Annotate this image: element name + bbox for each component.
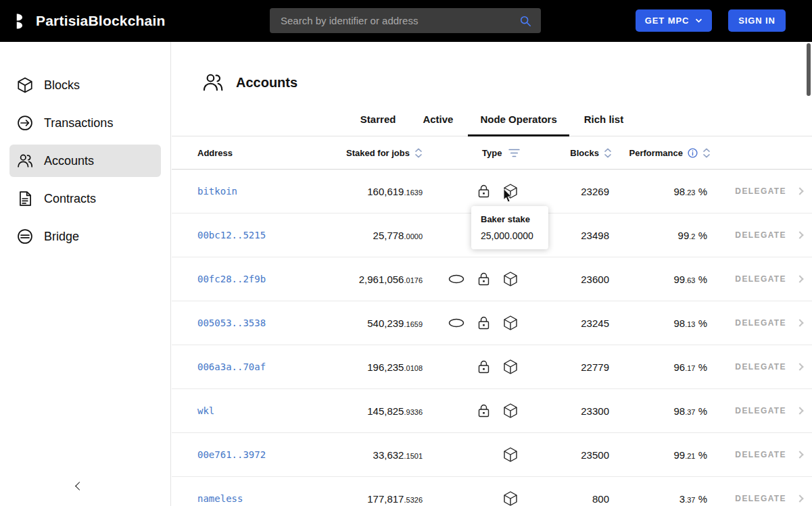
top-navigation-bar: PartisiaBlockchain GET MPC SIGN IN [0, 0, 812, 42]
oval-icon[interactable] [443, 270, 470, 288]
lock-icon[interactable] [470, 402, 497, 420]
cube-icon[interactable] [497, 270, 524, 288]
address-link[interactable]: 00bc12..5215 [197, 230, 266, 241]
chevron-right-icon[interactable] [796, 319, 803, 326]
blocks-value: 22779 [549, 361, 634, 373]
performance-value: 99.63 % [634, 274, 735, 285]
sidebar: BlocksTransactionsAccountsContractsBridg… [0, 42, 171, 506]
delegate-button[interactable]: DELEGATE [735, 274, 786, 284]
search-input[interactable] [270, 8, 519, 33]
performance-value: 96.17 % [634, 361, 735, 373]
type-icons [424, 270, 549, 288]
lock-icon[interactable] [470, 270, 497, 288]
chevron-right-icon[interactable] [796, 187, 803, 195]
type-icons [424, 402, 549, 420]
cube-icon[interactable] [497, 358, 524, 376]
lock-icon[interactable] [470, 358, 497, 376]
sort-icon[interactable] [702, 148, 711, 158]
sidebar-item-label: Transactions [44, 116, 113, 130]
accounts-icon [201, 71, 224, 94]
lock-icon[interactable] [470, 314, 497, 332]
staked-value: 145,825.9336 [323, 405, 424, 417]
sidebar-item-blocks[interactable]: Blocks [9, 69, 161, 101]
main-content: Accounts StarredActiveNode OperatorsRich… [172, 42, 812, 506]
address-link[interactable]: bitkoin [197, 186, 237, 197]
sidebar-item-transactions[interactable]: Transactions [9, 107, 161, 139]
column-header-performance-label: Performance [629, 148, 683, 158]
filter-icon[interactable] [508, 149, 520, 157]
performance-value: 98.37 % [634, 405, 735, 417]
address-link[interactable]: 006a3a..70af [197, 361, 266, 372]
delegate-button[interactable]: DELEGATE [735, 406, 786, 415]
sidebar-item-accounts[interactable]: Accounts [9, 145, 161, 177]
table-row: 00e761..397233,632.15012350099.21 %DELEG… [172, 433, 812, 477]
delegate-button[interactable]: DELEGATE [735, 186, 786, 196]
brand-logo[interactable]: PartisiaBlockchain [15, 0, 166, 42]
cursor-arrow-icon [503, 188, 515, 206]
column-header-staked[interactable]: Staked for jobs [323, 148, 424, 158]
page-header: Accounts [201, 70, 812, 95]
column-header-blocks[interactable]: Blocks [549, 148, 634, 158]
sort-icon[interactable] [604, 148, 612, 158]
delegate-button[interactable]: DELEGATE [735, 230, 786, 240]
blocks-value: 23600 [549, 274, 634, 285]
sign-in-button[interactable]: SIGN IN [728, 9, 786, 32]
tab-node-operators[interactable]: Node Operators [479, 107, 558, 136]
cube-icon[interactable] [497, 314, 524, 332]
chevron-right-icon[interactable] [796, 407, 803, 414]
empty-icon-slot [443, 446, 470, 463]
address-link[interactable]: 005053..3538 [197, 318, 266, 328]
column-header-performance[interactable]: Performance [634, 148, 735, 158]
column-header-type[interactable]: Type [424, 148, 549, 158]
delegate-button[interactable]: DELEGATE [735, 450, 786, 459]
chevron-down-icon [695, 18, 702, 23]
chevron-right-icon[interactable] [796, 451, 803, 458]
address-link[interactable]: 00fc28..2f9b [197, 274, 266, 284]
chevron-right-icon[interactable] [796, 231, 803, 238]
chevron-right-icon[interactable] [796, 275, 803, 282]
table-row: 00fc28..2f9b2,961,056.01762360099.63 %DE… [172, 257, 812, 301]
blocks-value: 23500 [549, 449, 634, 461]
info-icon[interactable] [688, 148, 698, 158]
blocks-value: 23300 [549, 405, 634, 417]
sidebar-item-bridge[interactable]: Bridge [9, 220, 161, 253]
delegate-button[interactable]: DELEGATE [735, 318, 786, 328]
address-link[interactable]: nameless [197, 493, 243, 504]
tab-rich-list[interactable]: Rich list [583, 107, 625, 136]
partisia-logo-icon [15, 13, 30, 30]
table-row: 006a3a..70af196,235.01082277996.17 %DELE… [172, 345, 812, 389]
page-title: Accounts [236, 75, 297, 91]
oval-icon[interactable] [443, 314, 470, 332]
tab-active[interactable]: Active [421, 107, 454, 136]
delegate-button[interactable]: DELEGATE [735, 362, 786, 372]
get-mpc-button[interactable]: GET MPC [636, 9, 712, 32]
search-icon[interactable] [519, 15, 531, 27]
address-link[interactable]: 00e761..3972 [197, 449, 266, 460]
sidebar-item-label: Contracts [44, 192, 96, 206]
address-link[interactable]: wkl [197, 405, 214, 416]
cube-icon[interactable] [497, 446, 524, 463]
type-icons [424, 490, 549, 506]
sort-icon[interactable] [414, 148, 423, 158]
table-header: Address Staked for jobs Type Blocks Perf… [172, 136, 812, 170]
chevron-right-icon[interactable] [796, 363, 803, 370]
cube-icon[interactable] [497, 490, 524, 506]
empty-icon-slot [443, 358, 470, 376]
baker-stake-tooltip: Baker stake 25,000.0000 [471, 206, 548, 249]
column-header-address[interactable]: Address [197, 148, 323, 158]
chevron-right-icon[interactable] [796, 495, 803, 502]
sidebar-item-label: Bridge [44, 230, 79, 244]
tooltip-value: 25,000.0000 [481, 230, 539, 241]
tab-starred[interactable]: Starred [359, 107, 398, 136]
type-icons [424, 314, 549, 332]
lock-icon[interactable] [470, 182, 497, 200]
vertical-scrollbar-thumb[interactable] [807, 43, 811, 96]
delegate-button[interactable]: DELEGATE [735, 494, 786, 503]
sidebar-item-label: Blocks [44, 78, 80, 93]
sidebar-collapse-button[interactable] [74, 482, 84, 491]
cube-icon[interactable] [497, 402, 524, 420]
table-row: 005053..3538540,239.16592324598.13 %DELE… [172, 301, 812, 345]
table-row: wkl145,825.93362330098.37 %DELEGATE [172, 389, 812, 433]
sidebar-item-contracts[interactable]: Contracts [9, 182, 161, 215]
search-bar [270, 8, 541, 33]
